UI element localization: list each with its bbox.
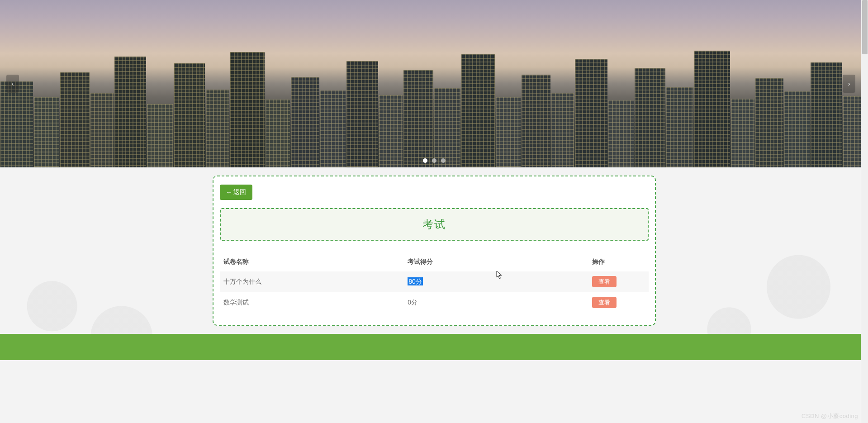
cell-exam-score: 0分 <box>404 292 588 313</box>
cell-exam-name: 十万个为什么 <box>220 271 404 292</box>
back-button-label: 返回 <box>233 188 246 196</box>
chevron-right-icon: › <box>848 80 850 87</box>
column-header-score: 考试得分 <box>404 252 588 271</box>
page-title-box: 考试 <box>220 208 649 241</box>
carousel-prev-button[interactable]: ‹ <box>6 75 19 93</box>
score-highlight: 80分 <box>408 277 423 285</box>
page-root: ‹ › ←返回 考试 试卷名称 考试得分 操作 <box>0 0 868 360</box>
page-title: 考试 <box>221 217 648 232</box>
exam-table: 试卷名称 考试得分 操作 十万个为什么 80分 查看 数学测试 0分 查看 <box>220 252 649 313</box>
cell-op: 查看 <box>588 271 649 292</box>
arrow-left-icon: ← <box>226 189 232 196</box>
carousel-dot-2[interactable] <box>432 158 436 163</box>
hero-carousel: ‹ › <box>0 0 868 167</box>
exam-panel: ←返回 考试 试卷名称 考试得分 操作 十万个为什么 80分 <box>213 176 656 326</box>
table-header-row: 试卷名称 考试得分 操作 <box>220 252 649 271</box>
view-button[interactable]: 查看 <box>592 297 617 308</box>
cell-exam-name: 数学测试 <box>220 292 404 313</box>
footer-bar <box>0 334 868 360</box>
carousel-next-button[interactable]: › <box>843 75 855 93</box>
cell-op: 查看 <box>588 292 649 313</box>
table-row: 十万个为什么 80分 查看 <box>220 271 649 292</box>
chevron-left-icon: ‹ <box>12 80 14 87</box>
column-header-name: 试卷名称 <box>220 252 404 271</box>
column-header-op: 操作 <box>588 252 649 271</box>
carousel-dots <box>423 158 446 163</box>
carousel-dot-3[interactable] <box>441 158 446 163</box>
view-button[interactable]: 查看 <box>592 276 617 287</box>
carousel-dot-1[interactable] <box>423 158 427 163</box>
cell-exam-score: 80分 <box>404 271 588 292</box>
hero-image-skyline <box>0 50 868 167</box>
scrollbar-vertical[interactable] <box>861 0 868 360</box>
back-button[interactable]: ←返回 <box>220 185 252 200</box>
scrollbar-thumb[interactable] <box>862 0 868 54</box>
table-row: 数学测试 0分 查看 <box>220 292 649 313</box>
content-area: ←返回 考试 试卷名称 考试得分 操作 十万个为什么 80分 <box>0 167 868 360</box>
